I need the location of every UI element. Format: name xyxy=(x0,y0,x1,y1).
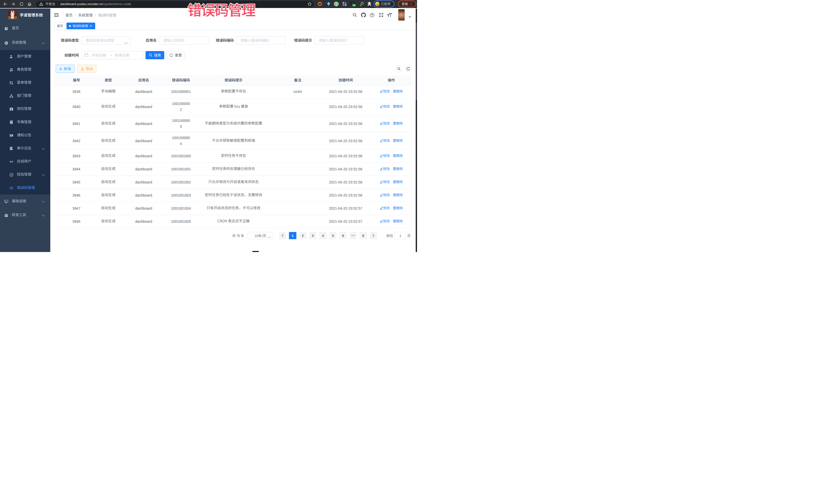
svg-text:on: on xyxy=(353,4,355,6)
